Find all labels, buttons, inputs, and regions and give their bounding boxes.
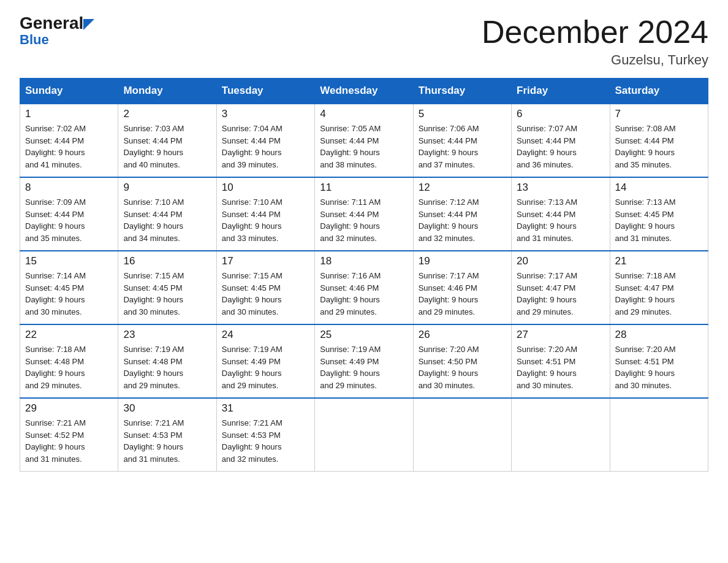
- day-info: Sunrise: 7:20 AM Sunset: 4:51 PM Dayligh…: [517, 343, 604, 391]
- calendar-day-cell: 27 Sunrise: 7:20 AM Sunset: 4:51 PM Dayl…: [512, 324, 610, 398]
- day-info: Sunrise: 7:09 AM Sunset: 4:44 PM Dayligh…: [25, 196, 113, 244]
- day-number: 4: [320, 108, 408, 120]
- day-info: Sunrise: 7:13 AM Sunset: 4:44 PM Dayligh…: [517, 196, 604, 244]
- day-number: 12: [419, 182, 506, 194]
- calendar-table: SundayMondayTuesdayWednesdayThursdayFrid…: [20, 78, 708, 472]
- calendar-day-cell: 17 Sunrise: 7:15 AM Sunset: 4:45 PM Dayl…: [216, 251, 314, 324]
- day-number: 15: [25, 255, 113, 267]
- calendar-day-cell: 7 Sunrise: 7:08 AM Sunset: 4:44 PM Dayli…: [610, 104, 708, 177]
- calendar-day-cell: 8 Sunrise: 7:09 AM Sunset: 4:44 PM Dayli…: [20, 177, 118, 251]
- calendar-day-cell: 16 Sunrise: 7:15 AM Sunset: 4:45 PM Dayl…: [118, 251, 216, 324]
- day-number: 28: [615, 329, 703, 341]
- day-number: 19: [419, 255, 506, 267]
- calendar-day-cell: 9 Sunrise: 7:10 AM Sunset: 4:44 PM Dayli…: [118, 177, 216, 251]
- day-info: Sunrise: 7:17 AM Sunset: 4:47 PM Dayligh…: [517, 270, 604, 318]
- calendar-day-cell: 6 Sunrise: 7:07 AM Sunset: 4:44 PM Dayli…: [512, 104, 610, 177]
- day-info: Sunrise: 7:21 AM Sunset: 4:53 PM Dayligh…: [123, 417, 211, 465]
- calendar-day-cell: [512, 398, 610, 472]
- calendar-day-cell: 29 Sunrise: 7:21 AM Sunset: 4:52 PM Dayl…: [20, 398, 118, 472]
- day-info: Sunrise: 7:06 AM Sunset: 4:44 PM Dayligh…: [419, 123, 506, 170]
- calendar-day-cell: 12 Sunrise: 7:12 AM Sunset: 4:44 PM Dayl…: [413, 177, 511, 251]
- calendar-header-row: SundayMondayTuesdayWednesdayThursdayFrid…: [20, 79, 708, 104]
- day-number: 20: [517, 255, 604, 267]
- day-number: 13: [517, 182, 604, 194]
- day-info: Sunrise: 7:07 AM Sunset: 4:44 PM Dayligh…: [517, 123, 604, 170]
- day-of-week-header: Thursday: [413, 79, 511, 104]
- day-info: Sunrise: 7:12 AM Sunset: 4:44 PM Dayligh…: [419, 196, 506, 244]
- day-number: 7: [615, 108, 703, 120]
- day-info: Sunrise: 7:19 AM Sunset: 4:49 PM Dayligh…: [320, 343, 408, 391]
- svg-marker-0: [83, 19, 94, 30]
- day-number: 27: [517, 329, 604, 341]
- day-info: Sunrise: 7:21 AM Sunset: 4:52 PM Dayligh…: [25, 417, 113, 465]
- day-number: 18: [320, 255, 408, 267]
- title-block: December 2024 Guzelsu, Turkey: [482, 15, 708, 68]
- calendar-day-cell: [315, 398, 413, 472]
- calendar-day-cell: 21 Sunrise: 7:18 AM Sunset: 4:47 PM Dayl…: [610, 251, 708, 324]
- day-number: 23: [123, 329, 211, 341]
- day-info: Sunrise: 7:10 AM Sunset: 4:44 PM Dayligh…: [123, 196, 211, 244]
- calendar-day-cell: 2 Sunrise: 7:03 AM Sunset: 4:44 PM Dayli…: [118, 104, 216, 177]
- day-number: 26: [419, 329, 506, 341]
- calendar-day-cell: 1 Sunrise: 7:02 AM Sunset: 4:44 PM Dayli…: [20, 104, 118, 177]
- day-of-week-header: Friday: [512, 79, 610, 104]
- day-of-week-header: Tuesday: [216, 79, 314, 104]
- day-number: 6: [517, 108, 604, 120]
- calendar-day-cell: 20 Sunrise: 7:17 AM Sunset: 4:47 PM Dayl…: [512, 251, 610, 324]
- day-info: Sunrise: 7:05 AM Sunset: 4:44 PM Dayligh…: [320, 123, 408, 170]
- day-of-week-header: Saturday: [610, 79, 708, 104]
- day-info: Sunrise: 7:15 AM Sunset: 4:45 PM Dayligh…: [222, 270, 309, 318]
- logo-general-text: General: [20, 15, 94, 32]
- day-of-week-header: Wednesday: [315, 79, 413, 104]
- calendar-week-row: 15 Sunrise: 7:14 AM Sunset: 4:45 PM Dayl…: [20, 251, 708, 324]
- month-title: December 2024: [482, 15, 708, 50]
- calendar-day-cell: 15 Sunrise: 7:14 AM Sunset: 4:45 PM Dayl…: [20, 251, 118, 324]
- day-number: 17: [222, 255, 309, 267]
- calendar-day-cell: 30 Sunrise: 7:21 AM Sunset: 4:53 PM Dayl…: [118, 398, 216, 472]
- calendar-day-cell: 28 Sunrise: 7:20 AM Sunset: 4:51 PM Dayl…: [610, 324, 708, 398]
- day-info: Sunrise: 7:02 AM Sunset: 4:44 PM Dayligh…: [25, 123, 113, 170]
- calendar-day-cell: 14 Sunrise: 7:13 AM Sunset: 4:45 PM Dayl…: [610, 177, 708, 251]
- day-number: 31: [222, 402, 309, 415]
- day-info: Sunrise: 7:11 AM Sunset: 4:44 PM Dayligh…: [320, 196, 408, 244]
- day-number: 1: [25, 108, 113, 120]
- day-info: Sunrise: 7:19 AM Sunset: 4:48 PM Dayligh…: [123, 343, 211, 391]
- day-info: Sunrise: 7:20 AM Sunset: 4:51 PM Dayligh…: [615, 343, 703, 391]
- day-info: Sunrise: 7:16 AM Sunset: 4:46 PM Dayligh…: [320, 270, 408, 318]
- day-number: 29: [25, 402, 113, 415]
- logo: General Blue: [20, 15, 94, 47]
- day-of-week-header: Sunday: [20, 79, 118, 104]
- day-number: 5: [419, 108, 506, 120]
- day-number: 25: [320, 329, 408, 341]
- calendar-day-cell: 25 Sunrise: 7:19 AM Sunset: 4:49 PM Dayl…: [315, 324, 413, 398]
- day-number: 21: [615, 255, 703, 267]
- day-info: Sunrise: 7:21 AM Sunset: 4:53 PM Dayligh…: [222, 417, 309, 465]
- day-number: 2: [123, 108, 211, 120]
- day-number: 14: [615, 182, 703, 194]
- day-number: 8: [25, 182, 113, 194]
- day-number: 11: [320, 182, 408, 194]
- calendar-day-cell: [610, 398, 708, 472]
- page-header: General Blue December 2024 Guzelsu, Turk…: [20, 15, 708, 68]
- day-info: Sunrise: 7:03 AM Sunset: 4:44 PM Dayligh…: [123, 123, 211, 170]
- calendar-day-cell: 10 Sunrise: 7:10 AM Sunset: 4:44 PM Dayl…: [216, 177, 314, 251]
- logo-blue-text: Blue: [20, 33, 94, 47]
- day-info: Sunrise: 7:20 AM Sunset: 4:50 PM Dayligh…: [419, 343, 506, 391]
- calendar-day-cell: 26 Sunrise: 7:20 AM Sunset: 4:50 PM Dayl…: [413, 324, 511, 398]
- day-number: 24: [222, 329, 309, 341]
- day-info: Sunrise: 7:13 AM Sunset: 4:45 PM Dayligh…: [615, 196, 703, 244]
- calendar-week-row: 8 Sunrise: 7:09 AM Sunset: 4:44 PM Dayli…: [20, 177, 708, 251]
- calendar-day-cell: 24 Sunrise: 7:19 AM Sunset: 4:49 PM Dayl…: [216, 324, 314, 398]
- day-number: 22: [25, 329, 113, 341]
- calendar-week-row: 22 Sunrise: 7:18 AM Sunset: 4:48 PM Dayl…: [20, 324, 708, 398]
- calendar-day-cell: 23 Sunrise: 7:19 AM Sunset: 4:48 PM Dayl…: [118, 324, 216, 398]
- calendar-day-cell: 5 Sunrise: 7:06 AM Sunset: 4:44 PM Dayli…: [413, 104, 511, 177]
- calendar-day-cell: 3 Sunrise: 7:04 AM Sunset: 4:44 PM Dayli…: [216, 104, 314, 177]
- day-number: 16: [123, 255, 211, 267]
- day-number: 9: [123, 182, 211, 194]
- calendar-day-cell: 11 Sunrise: 7:11 AM Sunset: 4:44 PM Dayl…: [315, 177, 413, 251]
- calendar-day-cell: 22 Sunrise: 7:18 AM Sunset: 4:48 PM Dayl…: [20, 324, 118, 398]
- day-info: Sunrise: 7:14 AM Sunset: 4:45 PM Dayligh…: [25, 270, 113, 318]
- logo-arrow-icon: [83, 19, 94, 30]
- calendar-week-row: 29 Sunrise: 7:21 AM Sunset: 4:52 PM Dayl…: [20, 398, 708, 472]
